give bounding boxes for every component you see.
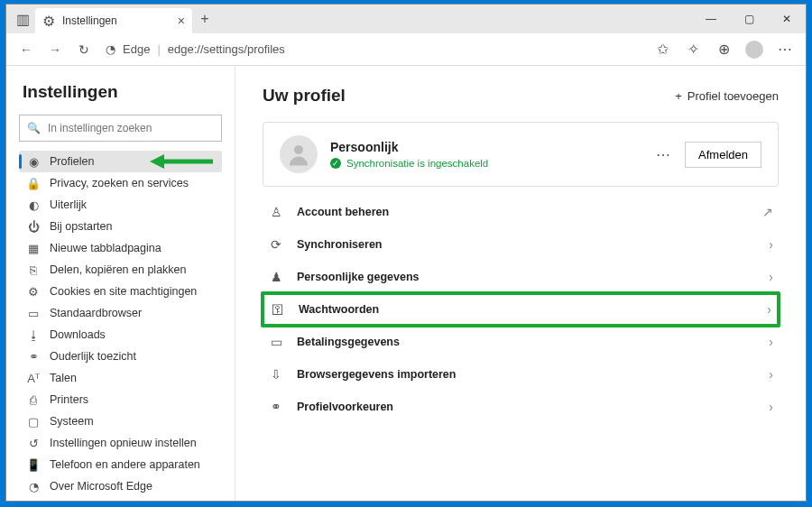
share-icon: ⎘ <box>26 263 41 277</box>
browser-icon: ▭ <box>26 307 41 320</box>
sidebar-search[interactable]: 🔍 <box>19 115 222 142</box>
sidebar-item-label: Telefoon en andere apparaten <box>50 458 200 471</box>
back-button[interactable]: ← <box>14 37 39 62</box>
menu-account-beheren[interactable]: ♙ Account beheren ↗ <box>263 196 779 228</box>
sidebar-item-label: Instellingen opnieuw instellen <box>50 437 197 449</box>
menu-synchroniseren[interactable]: ⟳ Synchroniseren › <box>263 228 779 261</box>
check-icon: ✓ <box>330 158 341 169</box>
close-icon[interactable]: × <box>178 14 185 28</box>
page-title: Uw profiel <box>263 86 346 106</box>
card-icon: ▭ <box>268 335 284 349</box>
content: Instellingen 🔍 ◉ Profielen 🔒Privacy, zoe… <box>6 66 806 501</box>
person-data-icon: ♟ <box>268 270 284 284</box>
tab-settings[interactable]: ⚙ Instellingen × <box>35 8 192 33</box>
download-icon: ⭳ <box>26 328 41 342</box>
collections-icon[interactable]: ⊕ <box>710 37 737 62</box>
sidebar-item-share[interactable]: ⎘Delen, kopiëren en plakken <box>19 259 222 281</box>
refresh-button[interactable]: ↻ <box>71 37 97 62</box>
sidebar-item-downloads[interactable]: ⭳Downloads <box>19 324 222 346</box>
menu-persoonlijke-gegevens[interactable]: ♟ Persoonlijke gegevens › <box>263 261 779 293</box>
sidebar-item-profielen[interactable]: ◉ Profielen <box>19 151 222 172</box>
sidebar-item-family[interactable]: ⚭Ouderlijk toezicht <box>19 346 222 367</box>
sidebar-item-privacy[interactable]: 🔒Privacy, zoeken en services <box>19 172 222 194</box>
titlebar: ▥ ⚙ Instellingen × + — ▢ ✕ <box>6 5 806 33</box>
sidebar-item-label: Standaardbrowser <box>50 307 142 319</box>
sidebar-item-opstarten[interactable]: ⏻Bij opstarten <box>19 216 222 237</box>
tabs-menu-icon[interactable]: ▥ <box>10 11 35 28</box>
favorites-icon[interactable]: ✧ <box>679 37 706 62</box>
sync-status: ✓ Synchronisatie is ingeschakeld <box>330 158 643 169</box>
menu-label: Browsergegevens importeren <box>297 368 756 381</box>
sidebar-title: Instellingen <box>19 82 222 102</box>
toolbar: ← → ↻ ◔ Edge | edge://settings/profiles … <box>6 33 806 66</box>
profile-avatar[interactable] <box>741 37 768 62</box>
add-profile-label: Profiel toevoegen <box>687 89 779 103</box>
svg-point-2 <box>294 145 303 154</box>
appearance-icon: ◐ <box>26 198 41 212</box>
sidebar-item-defaultbrowser[interactable]: ▭Standaardbrowser <box>19 302 222 324</box>
person-icon: ♙ <box>268 205 284 219</box>
menu-wachtwoorden[interactable]: ⚿ Wachtwoorden › <box>264 295 777 324</box>
sidebar-item-uiterlijk[interactable]: ◐Uiterlijk <box>19 194 222 216</box>
sidebar-item-phone[interactable]: 📱Telefoon en andere apparaten <box>19 454 222 475</box>
profile-card: Persoonlijk ✓ Synchronisatie is ingescha… <box>263 122 779 187</box>
cookies-icon: ⚙ <box>26 285 41 299</box>
sidebar-item-label: Profielen <box>50 155 94 168</box>
minimize-button[interactable]: — <box>692 5 730 33</box>
search-input[interactable] <box>48 122 214 134</box>
profile-more-button[interactable]: ⋯ <box>656 146 672 163</box>
sidebar-item-cookies[interactable]: ⚙Cookies en site machtigingen <box>19 281 222 302</box>
sidebar-item-talen[interactable]: AᵀTalen <box>19 367 222 389</box>
sidebar-item-label: Ouderlijk toezicht <box>50 350 136 363</box>
printer-icon: ⎙ <box>26 393 41 407</box>
external-link-icon: ↗ <box>762 205 773 219</box>
gear-icon: ⚙ <box>42 13 55 30</box>
sidebar-item-reset[interactable]: ↺Instellingen opnieuw instellen <box>19 432 222 454</box>
sidebar-item-printers[interactable]: ⎙Printers <box>19 389 222 410</box>
sync-status-text: Synchronisatie is ingeschakeld <box>346 158 488 169</box>
sidebar-item-label: Over Microsoft Edge <box>50 480 152 493</box>
sidebar-item-about[interactable]: ◔Over Microsoft Edge <box>19 475 222 497</box>
sidebar-item-systeem[interactable]: ▢Systeem <box>19 410 222 432</box>
power-icon: ⏻ <box>26 220 41 234</box>
menu-betalingsgegevens[interactable]: ▭ Betalingsgegevens › <box>263 326 779 358</box>
menu-profielvoorkeuren[interactable]: ⚭ Profielvoorkeuren › <box>263 391 779 423</box>
signout-button[interactable]: Afmelden <box>685 142 761 168</box>
url-text: edge://settings/profiles <box>168 42 285 56</box>
sidebar-item-label: Nieuwe tabbladpagina <box>50 242 161 254</box>
sidebar-item-label: Cookies en site machtigingen <box>50 285 197 298</box>
search-icon: 🔍 <box>27 122 41 134</box>
sidebar: Instellingen 🔍 ◉ Profielen 🔒Privacy, zoe… <box>6 66 235 501</box>
svg-marker-1 <box>150 154 164 169</box>
address-bar[interactable]: ◔ Edge | edge://settings/profiles <box>100 42 645 56</box>
sync-icon: ⟳ <box>268 237 284 252</box>
menu-label: Persoonlijke gegevens <box>297 271 756 283</box>
close-window-button[interactable]: ✕ <box>768 5 806 33</box>
separator: | <box>157 42 160 56</box>
main-panel: Uw profiel + Profiel toevoegen Persoonli… <box>235 66 806 501</box>
tab-strip: ▥ ⚙ Instellingen × + <box>6 5 217 33</box>
language-icon: Aᵀ <box>26 372 41 385</box>
favorites-add-icon[interactable]: ✩ <box>649 37 676 62</box>
sidebar-item-label: Delen, kopiëren en plakken <box>50 263 187 276</box>
plus-icon: + <box>675 89 682 103</box>
import-icon: ⇩ <box>268 367 284 382</box>
menu-label: Synchroniseren <box>297 238 756 251</box>
add-profile-button[interactable]: + Profiel toevoegen <box>675 89 779 103</box>
sidebar-item-label: Talen <box>50 372 77 384</box>
sidebar-item-newtab[interactable]: ▦Nieuwe tabbladpagina <box>19 237 222 259</box>
sidebar-item-label: Bij opstarten <box>50 220 112 233</box>
new-tab-button[interactable]: + <box>192 11 217 27</box>
maximize-button[interactable]: ▢ <box>730 5 768 33</box>
newtab-icon: ▦ <box>26 242 41 255</box>
brand-label: Edge <box>123 42 150 56</box>
sidebar-item-label: Privacy, zoeken en services <box>50 177 189 189</box>
lock-icon: 🔒 <box>26 177 41 190</box>
browser-window: ▥ ⚙ Instellingen × + — ▢ ✕ ← → ↻ ◔ Edge … <box>5 4 807 502</box>
profile-icon: ◉ <box>26 155 41 169</box>
chevron-right-icon: › <box>769 400 773 414</box>
menu-importeren[interactable]: ⇩ Browsergegevens importeren › <box>263 358 779 391</box>
main-header: Uw profiel + Profiel toevoegen <box>263 86 779 106</box>
forward-button[interactable]: → <box>42 37 68 62</box>
more-menu-icon[interactable]: ⋯ <box>771 37 798 62</box>
